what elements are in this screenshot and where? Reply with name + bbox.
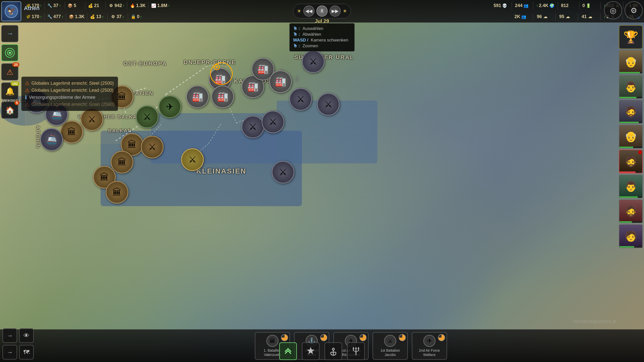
money-icon: 💰 — [88, 3, 93, 8]
unit-token[interactable]: ⚔ — [80, 108, 103, 131]
settings-button[interactable]: ◎ — [604, 1, 622, 19]
bottom-move-btn[interactable]: → — [3, 328, 17, 343]
hp-fill — [619, 246, 634, 248]
resource-pop: 📈 1.8M ↑ — [151, 3, 170, 8]
warn-icon-2: ⚠ — [25, 87, 29, 93]
unit-token[interactable]: 🏛 — [111, 151, 133, 173]
sidebar-cycle-btn[interactable] — [1, 44, 18, 61]
general-portrait-2[interactable]: 👨 — [619, 75, 643, 99]
card-icon: 🏛 — [266, 335, 278, 347]
r13k-icon: 📦 — [69, 14, 74, 20]
r24k-icon: 🌍 — [549, 3, 555, 8]
resource-fuel: 🔥 1.3K — [130, 3, 146, 8]
unit-token[interactable]: 🚢 — [40, 128, 63, 151]
star-icon — [306, 346, 316, 356]
nav-button[interactable]: ⚙ — [625, 1, 643, 19]
warn-icon-3: ⚠ — [25, 101, 29, 107]
prod-arrow: ↑ — [59, 4, 61, 8]
play-button[interactable]: ▶▶ — [330, 6, 341, 17]
sidebar-warning-btn[interactable]: ⚠ 20 — [1, 63, 18, 80]
unit-token[interactable]: ⚔ — [317, 93, 340, 116]
controls-tooltip: 🖱 : Auswählen 🖱 : Abwählen WASD / Kamera… — [289, 23, 355, 52]
unit-token[interactable]: ⚔ — [242, 116, 264, 138]
top-bar-row2: 🌾 170 ↑ 🔧 477 ↑ 📦 1.3K 💰 13 ↑ ⚙ 37 ↑ — [0, 11, 644, 23]
fuel-icon: 🔥 — [130, 3, 135, 8]
general-portrait-5[interactable]: 🧔 — [619, 150, 643, 173]
general-portrait-1[interactable]: 👴 — [619, 50, 643, 74]
chevron-double-up-icon — [283, 346, 293, 356]
notif-steel: ⚠ Globales Lagerlimit erreicht: Steel (2… — [25, 80, 114, 86]
card-icon: ✈ — [423, 335, 435, 347]
divider — [105, 2, 106, 9]
divider — [44, 2, 45, 9]
unit-token[interactable]: 🏭 — [211, 85, 234, 108]
ind-arrow: ↑ — [123, 4, 125, 8]
card-name-wallace: 2nd Air ForceWallace — [419, 348, 440, 357]
divider — [65, 2, 65, 9]
prod-icon: 🔧 — [47, 3, 53, 8]
resource-r13k: 📦 1.3K — [69, 14, 85, 20]
unit-card-jacobs[interactable]: ⚔ 1st BattalionJacobs — [373, 332, 408, 360]
general-portrait-3[interactable]: 🧔 — [619, 100, 643, 124]
bottom-layers-btn2[interactable]: 🗺 — [19, 345, 34, 359]
unit-token[interactable]: ⚔ — [272, 161, 294, 184]
unit-token[interactable]: ⚔ — [136, 106, 158, 128]
hp-fill — [619, 97, 636, 98]
bell-icon: 🔔 — [5, 87, 15, 96]
hp-bar — [619, 196, 642, 198]
top-bar: 🌾 170 ↑ 🔧 37 ↑ 📦 5 💰 21 ⚙ 942 ↑ 🔥 1. — [0, 0, 644, 23]
top-right-corner: ◎ ⚙ — [604, 1, 643, 19]
fast-speed-icon[interactable]: ☀ — [343, 8, 347, 14]
pause-button[interactable]: ⏸ — [316, 6, 328, 17]
svg-marker-19 — [307, 347, 314, 354]
action-star-btn[interactable] — [302, 342, 319, 360]
sidebar-move-btn[interactable]: → — [1, 25, 18, 42]
r0-icon: 🔒 — [131, 14, 136, 20]
hp-bar — [619, 122, 642, 123]
general-portrait-8[interactable]: 🧑 — [619, 224, 643, 248]
slow-speed-icon[interactable]: ☀ — [297, 8, 301, 14]
unit-token[interactable]: ⚔ — [181, 148, 204, 171]
ind-icon: ⚙ — [108, 3, 114, 8]
unit-token[interactable]: ⚔ — [289, 88, 312, 111]
resource-prod: 🔧 37 ↑ — [47, 3, 62, 8]
trophy-icon: 🏆 — [619, 25, 643, 49]
left-sidebar: → ⚠ 20 🔔 192 🏠 5 — [1, 25, 18, 119]
unit-token[interactable]: ⚔ — [262, 111, 284, 133]
resource-812: 812 — [561, 3, 576, 8]
unit-token[interactable]: ✈ — [158, 96, 181, 118]
action-move-btn[interactable] — [279, 342, 297, 360]
sidebar-home-btn[interactable]: 🏠 5 — [1, 102, 18, 119]
unit-token[interactable]: 🏛 — [106, 181, 128, 204]
resource-r170: 🌾 170 ↑ — [25, 14, 42, 20]
general-portrait-7[interactable]: 🧔 — [619, 199, 643, 223]
divider — [558, 2, 558, 9]
player-avatar[interactable]: 🦅 — [1, 1, 21, 21]
unit-token[interactable]: ⚔ — [141, 136, 164, 158]
hp-fill — [619, 122, 639, 123]
action-anchor-btn[interactable] — [325, 342, 342, 360]
unit-token[interactable]: ⚔ — [302, 50, 325, 73]
res-95: 95 ☁ — [559, 14, 574, 20]
card-name-valenzuela: 1. BataillonValenzuela — [264, 348, 281, 357]
unit-token[interactable]: 🏛 — [60, 121, 83, 143]
rewind-button[interactable]: ◀◀ — [303, 6, 314, 17]
svg-marker-28 — [352, 347, 354, 349]
general-portrait-6[interactable]: 👨 — [619, 174, 643, 198]
action-trident-btn[interactable] — [347, 342, 365, 360]
bottom-layers-btn1[interactable]: → — [3, 345, 17, 359]
bottom-eye-btn[interactable]: 👁 — [19, 328, 34, 343]
unit-token[interactable]: 🏭 — [186, 85, 209, 108]
general-portrait-4[interactable]: 👴 — [619, 125, 643, 149]
resource-money: 💰 21 — [88, 3, 103, 8]
bottom-actions — [279, 342, 365, 360]
hp-fill — [619, 171, 635, 173]
card-timer — [438, 334, 445, 341]
sidebar-bell-btn[interactable]: 🔔 192 — [1, 82, 18, 100]
resource-r37: ⚙ 37 ↑ — [110, 14, 125, 20]
unit-token[interactable]: 🏭 — [269, 70, 292, 93]
resource-244: 244 👥 — [515, 3, 530, 8]
unit-card-wallace[interactable]: ✈ 2nd Air ForceWallace — [412, 332, 447, 360]
divider — [66, 13, 66, 21]
watermark: worldconqueror4.io — [574, 319, 616, 324]
